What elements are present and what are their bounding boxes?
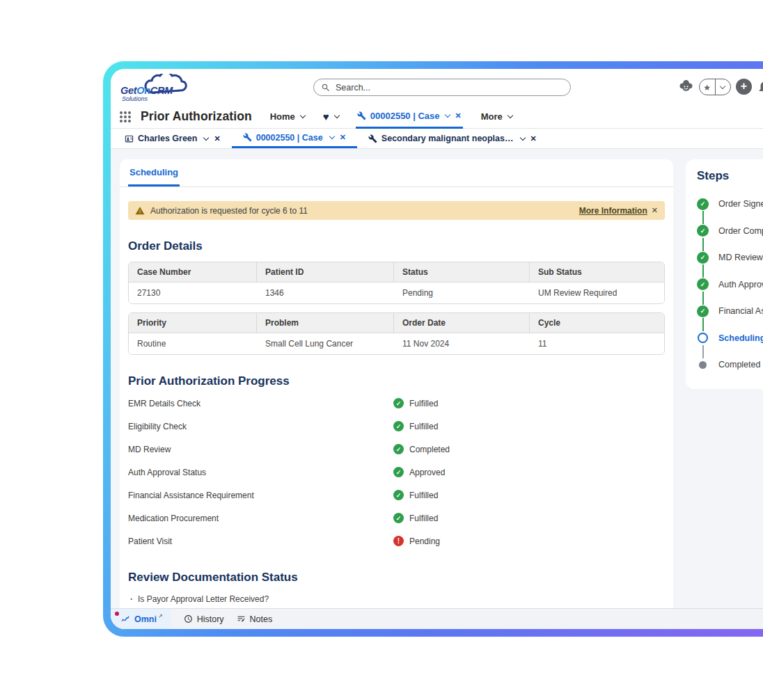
notes-tab[interactable]: Notes	[237, 609, 273, 629]
step-item[interactable]: Order Comple	[697, 218, 763, 245]
close-icon[interactable]	[340, 133, 346, 142]
steps-list: Order Signed Order Comple MD Review Auth…	[697, 191, 763, 379]
progress-label: Medication Procurement	[128, 514, 393, 523]
history-tab[interactable]: History	[184, 609, 224, 629]
chevron-down-icon	[334, 113, 340, 118]
column-header: Sub Status	[530, 262, 664, 282]
history-label: History	[197, 614, 224, 624]
warning-icon	[135, 206, 145, 216]
table-row: Routine Small Cell Lung Cancer 11 Nov 20…	[129, 333, 664, 354]
check-icon	[393, 444, 404, 454]
chevron-down-icon[interactable]	[329, 134, 334, 139]
table-row: 27130 1346 Pending UM Review Required	[129, 282, 664, 303]
nav-favorites[interactable]	[323, 111, 339, 122]
nav-more-label: More	[481, 111, 503, 122]
favorite-star-icon[interactable]	[700, 79, 716, 95]
favorites-button[interactable]	[699, 79, 731, 95]
nav-tab-case-label: 00002550 | Case	[370, 111, 440, 121]
brand-name: GetOnCRM	[120, 85, 173, 96]
step-item[interactable]: Financial Ass	[697, 298, 763, 325]
step-done-icon	[697, 198, 709, 210]
progress-label: MD Review	[128, 445, 393, 454]
progress-title: Prior Authorization Progress	[128, 374, 665, 388]
progress-status: Fulfilled	[409, 491, 438, 500]
tab-diagnosis-label: Secondary malignant neoplas…	[382, 134, 514, 143]
chevron-down-icon[interactable]	[519, 134, 525, 140]
progress-row: Eligibility Check Fulfilled	[128, 415, 665, 438]
primary-nav-bar: Prior Authorization Home 00002550 | Case…	[111, 105, 763, 129]
step-label: Order Comple	[718, 226, 763, 236]
notes-icon	[237, 614, 246, 623]
order-details-title: Order Details	[128, 239, 665, 253]
more-information-link[interactable]: More Information	[579, 206, 647, 216]
problem-value: Small Cell Lung Cancer	[257, 333, 394, 354]
step-label: Completed a	[718, 360, 763, 369]
app-window: GetOnCRM Solutions	[111, 69, 763, 629]
progress-list: EMR Details Check Fulfilled Eligibility …	[120, 392, 673, 552]
sub-status-value: UM Review Required	[530, 283, 664, 303]
step-done-icon	[697, 225, 709, 237]
window-frame: GetOnCRM Solutions	[103, 61, 763, 637]
order-date-value: 11 Nov 2024	[394, 333, 530, 354]
check-icon	[393, 421, 404, 431]
step-item-current[interactable]: Scheduling	[697, 325, 763, 352]
tab-scheduling[interactable]: Scheduling	[128, 167, 180, 186]
progress-row: Patient Visit Pending	[128, 530, 665, 552]
progress-row: Auth Approval Status Approved	[128, 461, 665, 484]
nav-home[interactable]: Home	[270, 111, 305, 122]
close-icon[interactable]	[214, 134, 220, 143]
brand-crm: CRM	[150, 85, 173, 96]
steps-panel: Steps Order Signed Order Comple MD Revie…	[686, 159, 763, 389]
status-value: Pending	[394, 283, 530, 303]
tab-contact[interactable]: Charles Green	[113, 129, 232, 148]
check-icon	[393, 467, 404, 477]
favorites-dropdown[interactable]	[716, 79, 731, 95]
brand-subtitle: Solutions	[122, 95, 148, 102]
chevron-down-icon[interactable]	[203, 134, 209, 140]
step-item[interactable]: MD Review	[697, 244, 763, 271]
tab-diagnosis[interactable]: Secondary malignant neoplas…	[357, 129, 548, 148]
step-label: MD Review	[718, 253, 763, 262]
app-launcher-icon[interactable]	[120, 111, 131, 122]
column-header: Status	[394, 262, 530, 282]
close-icon[interactable]	[652, 206, 658, 215]
check-icon	[393, 398, 404, 408]
order-details-table-1: Case Number Patient ID Status Sub Status…	[128, 262, 665, 304]
step-label: Order Signed	[718, 199, 763, 209]
progress-status: Fulfilled	[409, 514, 438, 523]
step-item[interactable]: Completed a	[697, 351, 763, 379]
step-item[interactable]: Auth Approva	[697, 271, 763, 299]
order-details-table-2: Priority Problem Order Date Cycle Routin…	[128, 312, 665, 355]
progress-status: Fulfilled	[409, 422, 438, 431]
nav-more[interactable]: More	[481, 111, 512, 122]
global-add-button[interactable]	[736, 79, 752, 95]
nav-tab-case[interactable]: 00002550 | Case	[356, 105, 463, 129]
tab-case[interactable]: 00002550 | Case	[232, 129, 357, 148]
global-search[interactable]	[313, 79, 571, 96]
omni-tab[interactable]: Omni	[111, 609, 171, 629]
step-item[interactable]: Order Signed	[697, 191, 763, 218]
patient-id-value: 1346	[257, 283, 394, 303]
close-icon[interactable]	[530, 134, 537, 143]
tab-case-label: 00002550 | Case	[256, 133, 323, 143]
close-icon[interactable]	[455, 111, 462, 120]
contact-icon	[125, 134, 134, 143]
global-header: GetOnCRM Solutions	[111, 69, 763, 105]
cycle-value: 11	[530, 333, 664, 354]
column-header: Order Date	[394, 313, 530, 333]
notification-bell-icon[interactable]	[757, 79, 763, 95]
progress-row: MD Review Completed	[128, 438, 665, 461]
review-question-label: Is Payor Approval Letter Received?	[138, 594, 269, 604]
chevron-down-icon[interactable]	[444, 111, 450, 117]
assistant-icon[interactable]	[679, 79, 693, 93]
wrench-icon	[357, 111, 366, 120]
step-done-icon	[697, 252, 709, 264]
progress-label: Auth Approval Status	[128, 468, 393, 477]
case-number-value: 27130	[129, 283, 257, 303]
progress-label: EMR Details Check	[128, 399, 393, 408]
column-header: Priority	[129, 313, 257, 333]
notification-dot	[115, 612, 119, 616]
search-input[interactable]	[336, 83, 563, 93]
wrench-icon	[368, 134, 377, 143]
search-icon	[321, 83, 331, 93]
